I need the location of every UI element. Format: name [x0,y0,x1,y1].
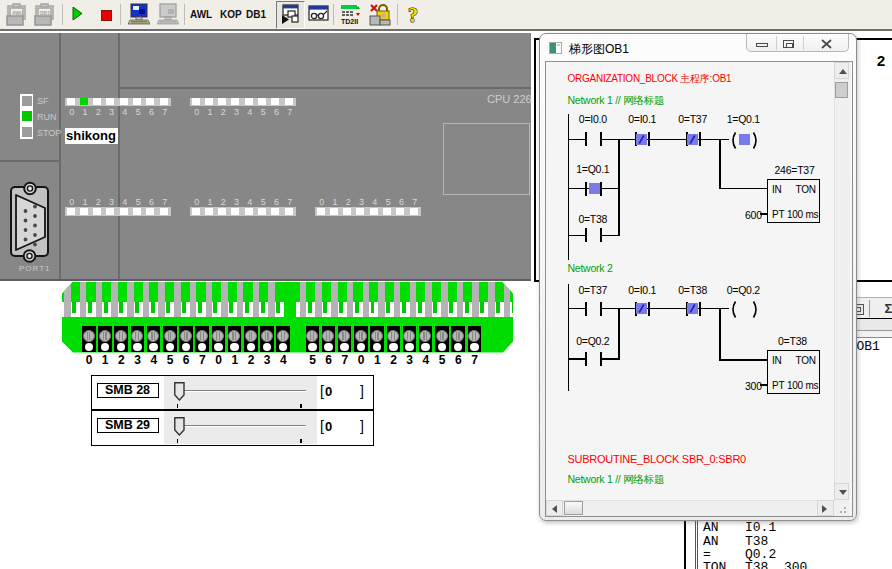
svg-text:AWL: AWL [12,10,23,16]
svg-text:?: ? [408,4,418,26]
svg-text:DB1: DB1 [40,10,50,16]
svg-text:TD2II: TD2II [341,18,358,25]
